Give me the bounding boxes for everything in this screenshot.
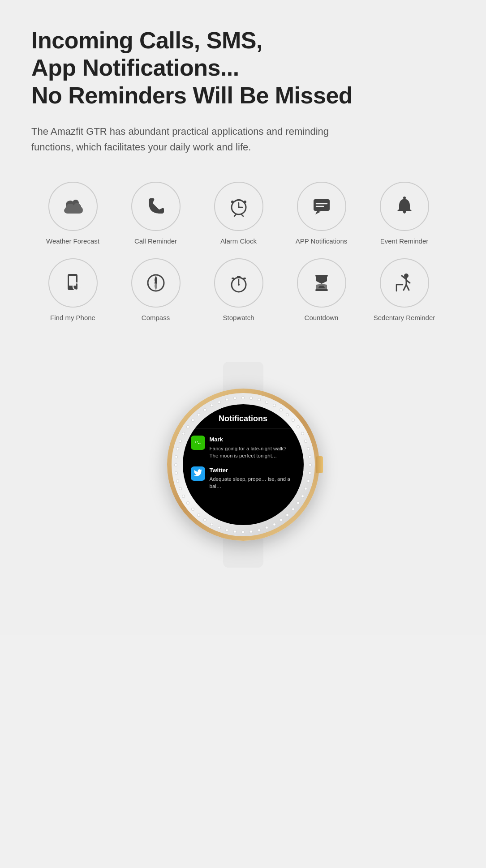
countdown-label: Countdown xyxy=(305,314,339,321)
notification-icon xyxy=(310,195,333,218)
weather-icon xyxy=(61,195,85,218)
feature-call-reminder: Call Reminder xyxy=(114,182,197,245)
svg-line-33 xyxy=(406,285,409,290)
event-reminder-circle xyxy=(380,182,429,231)
wechat-icon-svg xyxy=(193,438,203,448)
svg-point-42 xyxy=(199,443,200,444)
bezel-diamond-dot xyxy=(258,529,261,532)
compass-label: Compass xyxy=(142,314,170,321)
bezel-diamond-dot xyxy=(176,479,179,483)
bezel-diamond-dot xyxy=(265,401,268,404)
bezel-diamond-dot xyxy=(225,529,228,532)
bezel-diamond-dot xyxy=(191,508,194,511)
bezel-diamond-dot xyxy=(233,530,237,533)
feature-event-reminder: Event Reminder xyxy=(363,182,446,245)
bezel-diamond-dot xyxy=(197,413,200,416)
feature-find-my-phone: Find my Phone xyxy=(31,258,114,321)
bezel-diamond-dot xyxy=(186,425,189,428)
headline-line3: No Reminders Will Be Missed xyxy=(31,82,353,108)
svg-rect-15 xyxy=(69,276,76,286)
bezel-diamond-dot xyxy=(179,440,182,443)
bezel-diamond-dot xyxy=(182,495,185,498)
compass-circle xyxy=(131,258,181,308)
feature-stopwatch: Stopwatch xyxy=(197,258,280,321)
countdown-circle xyxy=(297,258,346,308)
bezel-diamond-dot xyxy=(225,398,228,401)
bezel-diamond-dot xyxy=(176,447,179,450)
svg-rect-27 xyxy=(315,289,328,291)
bezel-diamond-dot xyxy=(175,455,178,458)
feature-grid: Weather Forecast Call Reminder xyxy=(31,182,455,335)
alarm-icon xyxy=(227,195,250,218)
bezel-diamond-dot xyxy=(210,404,213,407)
icon-row-1: Weather Forecast Call Reminder xyxy=(31,182,455,245)
bezel-diamond-dot xyxy=(280,518,283,522)
bezel-diamond-dot xyxy=(191,419,194,422)
find-my-phone-label: Find my Phone xyxy=(50,314,95,321)
compass-icon xyxy=(144,271,168,295)
stopwatch-circle xyxy=(214,258,263,308)
bezel-diamond-dot xyxy=(197,513,200,517)
stopwatch-icon xyxy=(227,271,250,295)
bezel-diamond-dot xyxy=(249,530,253,533)
alarm-clock-circle xyxy=(214,182,263,231)
feature-alarm-clock: Alarm Clock xyxy=(197,182,280,245)
svg-line-9 xyxy=(241,214,243,216)
wechat-app-icon xyxy=(191,436,205,450)
bezel-diamond-dot xyxy=(179,487,182,490)
notification-content-2: Twitter Adequate sleep, prope… ise, and … xyxy=(210,466,296,490)
icon-row-2: Find my Phone Compass xyxy=(31,258,455,321)
bezel-diamond-dot xyxy=(308,455,311,458)
app-notifications-label: APP Notifications xyxy=(296,237,348,245)
svg-rect-26 xyxy=(315,275,328,277)
bezel-diamond-dot xyxy=(174,463,177,466)
bezel-diamond-dot xyxy=(297,425,300,428)
bezel-diamond-dot xyxy=(301,495,304,498)
bezel-diamond-dot xyxy=(233,397,237,400)
bezel-diamond-dot xyxy=(309,463,312,466)
bezel-diamond-dot xyxy=(307,479,310,483)
bezel-diamond-dot xyxy=(265,526,268,529)
event-icon xyxy=(393,195,416,218)
svg-line-32 xyxy=(404,285,406,290)
feature-app-notifications: APP Notifications xyxy=(280,182,363,245)
bezel-diamond-dot xyxy=(182,432,185,435)
svg-rect-23 xyxy=(237,276,241,278)
find-my-phone-circle xyxy=(48,258,98,308)
app-notifications-circle xyxy=(297,182,346,231)
bezel-diamond-dot xyxy=(210,523,213,526)
notification-message-2: Adequate sleep, prope… ise, and a bal… xyxy=(210,475,296,490)
countdown-icon xyxy=(310,271,333,295)
watch-device: Notifications xyxy=(149,362,337,599)
notification-item-2: Twitter Adequate sleep, prope… ise, and … xyxy=(183,463,304,493)
subtitle-text: The Amazfit GTR has abundant practical a… xyxy=(31,124,336,155)
svg-point-7 xyxy=(244,201,246,203)
notification-item-1: Mark Fancy going for a late-night walk? … xyxy=(183,432,304,462)
bezel-diamond-dot xyxy=(258,398,261,401)
bezel-diamond-dot xyxy=(304,487,307,490)
twitter-icon-svg xyxy=(194,469,202,478)
feature-compass: Compass xyxy=(114,258,197,321)
bezel-diamond-dot xyxy=(297,501,300,505)
sedentary-icon xyxy=(393,271,416,295)
svg-rect-10 xyxy=(314,199,330,211)
bezel-diamond-dot xyxy=(292,508,295,511)
bezel-diamond-dot xyxy=(307,447,310,450)
feature-weather-forecast: Weather Forecast xyxy=(31,182,114,245)
notification-sender-2: Twitter xyxy=(210,466,296,475)
headline-line2: App Notifications... xyxy=(31,55,239,81)
svg-rect-25 xyxy=(243,278,246,279)
bezel-diamond-dot xyxy=(241,530,245,534)
bezel-diamond-dot xyxy=(218,401,221,404)
call-icon xyxy=(144,195,168,218)
bezel-diamond-dot xyxy=(286,413,289,416)
notification-content-1: Mark Fancy going for a late-night walk? … xyxy=(210,436,296,459)
svg-line-8 xyxy=(234,214,236,216)
notification-sender-1: Mark xyxy=(210,436,296,444)
sedentary-reminder-circle xyxy=(380,258,429,308)
bezel-diamond-dot xyxy=(273,523,276,526)
watch-case: Notifications xyxy=(167,389,319,541)
watch-section: Notifications xyxy=(31,362,455,599)
twitter-app-icon xyxy=(191,466,205,481)
bezel-diamond-dot xyxy=(241,396,245,399)
